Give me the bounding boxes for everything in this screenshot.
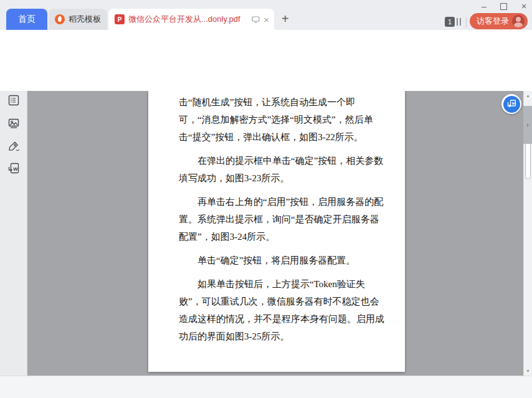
tab-docer-templates[interactable]: 稻壳模板 — [49, 9, 107, 30]
document-line: 填写成功，如图3-23所示。 — [179, 169, 381, 187]
paragraph: 击“随机生成”按钮，让系统自动生成一个即可，“消息加解密方式”选择“明文模式”，… — [179, 93, 381, 146]
avatar — [512, 15, 525, 27]
document-line: 在弹出的提示框中单击“确定”按钮，相关参数 — [179, 152, 381, 169]
document-line: 再单击右上角的“启用”按钮，启用服务器的配 — [179, 193, 381, 211]
document-line: 单击“确定”按钮，将启用服务器配置。 — [179, 252, 381, 269]
toolbar: 手型 选择 W PDF转Office ▾ PDF转图片 播放 阅读模式 — [0, 53, 532, 91]
document-canvas[interactable]: 击“随机生成”按钮，让系统自动生成一个即可，“消息加解密方式”选择“明文模式”，… — [27, 91, 523, 376]
document-line: 功后的界面如图3-25所示。 — [179, 328, 381, 345]
docer-icon — [55, 14, 65, 24]
page-text: 击“随机生成”按钮，让系统自动生成一个即可，“消息加解密方式”选择“明文模式”，… — [179, 93, 381, 351]
menubar: 文件 ∨ ↶ ↷ W ∨ 开始 插入 批注 编辑 › 点此查找文本 ⋮ — [0, 30, 532, 53]
titlebar: 首页 稻壳模板 P 微信公众平台开发从...donly.pdf × + – × … — [0, 0, 532, 30]
tab-document-title: 微信公众平台开发从...donly.pdf — [128, 14, 248, 25]
window-close-button[interactable]: × — [517, 1, 531, 11]
tab-document-active[interactable]: P 微信公众平台开发从...donly.pdf × — [108, 9, 274, 30]
new-tab-button[interactable]: + — [282, 12, 289, 25]
window-maximize-button[interactable] — [500, 3, 507, 10]
document-line: 击“随机生成”按钮，让系统自动生成一个即 — [179, 93, 381, 111]
scroll-down-icon[interactable]: ▼ — [524, 369, 532, 373]
document-line: 可，“消息加解密方式”选择“明文模式”，然后单 — [179, 111, 381, 128]
export-word-panel-icon[interactable]: W — [8, 163, 19, 174]
document-line: 如果单击按钮后，上方提示“Token验证失 — [179, 275, 381, 293]
signature-panel-icon[interactable] — [8, 140, 19, 151]
document-line: 造成这样的情况，并不是程序本身有问题。启用成 — [179, 310, 381, 328]
visitor-login-button[interactable]: 访客登录 — [470, 13, 528, 29]
document-line: 击“提交”按钮，弹出确认框，如图3-22所示。 — [179, 128, 381, 146]
document-line: 败”，可以重试几次，微信服务器有时不稳定也会 — [179, 293, 381, 310]
pdf-convert-float-button[interactable]: W — [501, 94, 521, 114]
paragraph: 再单击右上角的“启用”按钮，启用服务器的配置。系统弹出提示框，询问“是否确定开启… — [179, 193, 381, 245]
pdf-convert-float-icon: W — [503, 96, 520, 113]
window-list-icon — [457, 18, 461, 26]
tab-home-label: 首页 — [18, 14, 36, 25]
paragraph: 单击“确定”按钮，将启用服务器配置。 — [179, 252, 381, 269]
thumbnails-panel-icon[interactable] — [8, 118, 19, 129]
window-minimize-button[interactable]: – — [477, 1, 491, 11]
tab-close-icon[interactable]: × — [264, 14, 269, 25]
document-line: 置。系统弹出提示框，询问“是否确定开启服务器 — [179, 211, 381, 228]
pdf-page[interactable]: 击“随机生成”按钮，让系统自动生成一个即可，“消息加解密方式”选择“明文模式”，… — [148, 91, 405, 372]
outline-panel-icon[interactable] — [8, 95, 19, 106]
document-line: 配置”，如图3-24所示。 — [179, 228, 381, 245]
paragraph: 如果单击按钮后，上方提示“Token验证失败”，可以重试几次，微信服务器有时不稳… — [179, 275, 381, 345]
window-count-badge[interactable]: 1 — [445, 17, 455, 27]
svg-text:W: W — [13, 166, 18, 172]
tab-home[interactable]: 首页 — [6, 9, 47, 30]
statusbar: ‹ ‹ /1610页 › › ▶ 1:1 50% — [0, 376, 532, 398]
tab-docer-label: 稻壳模板 — [69, 14, 101, 25]
monitor-icon[interactable] — [252, 16, 260, 24]
wps-pdf-window: 首页 稻壳模板 P 微信公众平台开发从...donly.pdf × + – × … — [0, 0, 532, 398]
left-panel-sidebar: W — [0, 91, 27, 376]
scroll-up-icon[interactable]: ▲ — [524, 93, 532, 98]
pdf-file-icon: P — [115, 14, 125, 24]
svg-text:W: W — [511, 102, 515, 105]
paragraph: 在弹出的提示框中单击“确定”按钮，相关参数填写成功，如图3-23所示。 — [179, 152, 381, 187]
toolbar-expand-strip[interactable]: › — [523, 106, 532, 144]
divider — [466, 17, 467, 27]
visitor-login-label: 访客登录 — [477, 16, 509, 27]
